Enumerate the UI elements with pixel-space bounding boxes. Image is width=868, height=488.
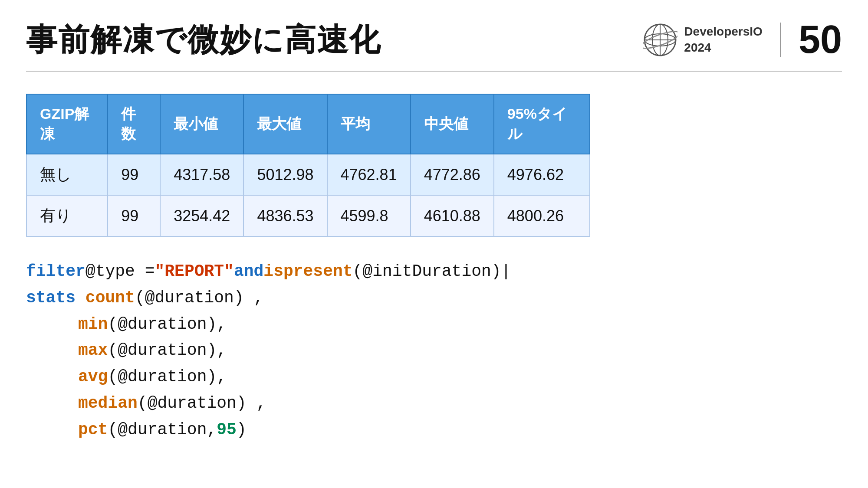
keyword-filter: filter (26, 259, 85, 285)
code-line-3: min (@duration), (26, 311, 842, 338)
code-space-2 (76, 285, 85, 311)
code-line-6: median (@duration) , (26, 390, 842, 417)
fn-min: min (78, 311, 108, 338)
keyword-and: and (234, 259, 263, 285)
code-plain-3: (@duration), (108, 311, 227, 338)
fn-pct: pct (78, 417, 108, 443)
code-plain-2: (@duration) , (135, 285, 263, 311)
col-header-pct: 95%タイル (494, 94, 590, 154)
table-row: 有り 99 3254.42 4836.53 4599.8 4610.88 480… (26, 195, 590, 236)
cell-count-1: 99 (108, 195, 160, 236)
code-plain-7: (@duration, (108, 417, 217, 443)
code-line-5: avg (@duration), (26, 364, 842, 390)
col-header-gzip: GZIP解凍 (26, 94, 108, 154)
table-row: 無し 99 4317.58 5012.98 4762.81 4772.86 49… (26, 154, 590, 195)
code-plain-5: (@duration), (108, 364, 227, 390)
keyword-stats: stats (26, 285, 76, 311)
code-plain-6: (@duration) , (138, 390, 266, 417)
table-header-row: GZIP解凍 件数 最小値 最大値 平均 中央値 95%タイル (26, 94, 590, 154)
code-line-1: filter @type = "REPORT" and ispresent (@… (26, 259, 842, 285)
cell-count-0: 99 (108, 154, 160, 195)
cell-gzip-1: 有り (26, 195, 108, 236)
cell-median-0: 4772.86 (411, 154, 494, 195)
brand-text: DevelopersIO 2024 (684, 24, 763, 56)
number-95: 95 (217, 417, 237, 443)
fn-median: median (78, 390, 138, 417)
fn-count: count (85, 285, 135, 311)
col-header-avg: 平均 (327, 94, 411, 154)
cell-min-1: 3254.42 (160, 195, 243, 236)
page-title: 事前解凍で微妙に高速化 (26, 19, 381, 61)
col-header-median: 中央値 (411, 94, 494, 154)
col-header-min: 最小値 (160, 94, 243, 154)
col-header-count: 件数 (108, 94, 160, 154)
cell-gzip-0: 無し (26, 154, 108, 195)
header-divider (780, 23, 781, 57)
cell-max-1: 4836.53 (243, 195, 327, 236)
string-report: "REPORT" (155, 259, 233, 285)
cell-avg-0: 4762.81 (327, 154, 411, 195)
col-header-max: 最大値 (243, 94, 327, 154)
code-plain-4: (@duration), (108, 337, 227, 364)
slide-number: 50 (799, 17, 842, 62)
code-block: filter @type = "REPORT" and ispresent (@… (26, 259, 842, 443)
cell-avg-1: 4599.8 (327, 195, 411, 236)
code-line-2: stats count (@duration) , (26, 285, 842, 311)
header-right: DevelopersIO 2024 50 (643, 17, 842, 62)
cell-min-0: 4317.58 (160, 154, 243, 195)
code-line-7: pct (@duration, 95 ) (26, 417, 842, 443)
globe-icon (643, 23, 677, 57)
cell-max-0: 5012.98 (243, 154, 327, 195)
cell-pct-0: 4976.62 (494, 154, 590, 195)
header: 事前解凍で微妙に高速化 DevelopersIO 2024 50 (26, 17, 842, 72)
slide: 事前解凍で微妙に高速化 DevelopersIO 2024 50 (0, 0, 868, 488)
cell-pct-1: 4800.26 (494, 195, 590, 236)
data-table: GZIP解凍 件数 最小値 最大値 平均 中央値 95%タイル 無し 99 43… (26, 94, 842, 237)
code-line-4: max (@duration), (26, 337, 842, 364)
fn-avg: avg (78, 364, 108, 390)
cell-median-1: 4610.88 (411, 195, 494, 236)
code-plain-1b: (@initDuration)| (353, 259, 511, 285)
logo-area: DevelopersIO 2024 (643, 23, 763, 57)
stats-table: GZIP解凍 件数 最小値 最大値 平均 中央値 95%タイル 無し 99 43… (26, 94, 590, 237)
fn-ispresent: ispresent (263, 259, 352, 285)
code-close-7: ) (237, 417, 247, 443)
code-plain-1: @type = (85, 259, 155, 285)
fn-max: max (78, 337, 108, 364)
